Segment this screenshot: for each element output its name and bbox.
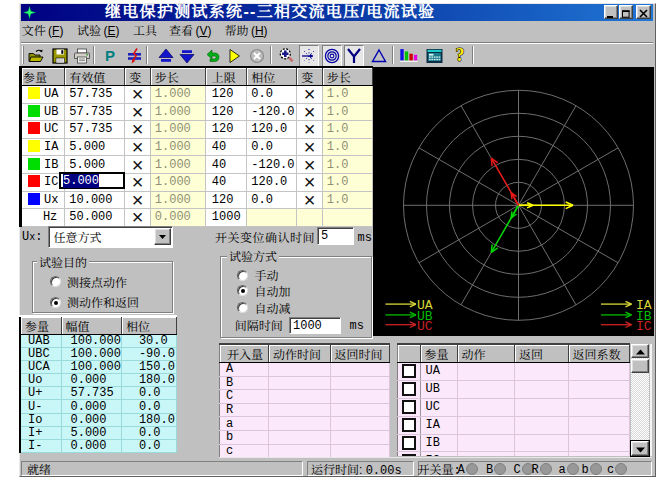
svg-text:?: ? [456,46,465,65]
svg-text:IC: IC [636,319,652,334]
svg-text:UC: UC [417,319,433,334]
